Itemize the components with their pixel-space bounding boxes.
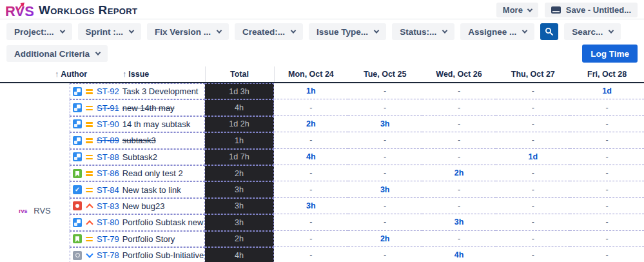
issue-cell: ST-83New bug23: [70, 198, 205, 214]
more-button[interactable]: More: [496, 3, 538, 17]
worklog-cell: -: [496, 116, 570, 132]
sort-arrow-icon: ↑: [122, 70, 126, 79]
issue-key-link[interactable]: ST-78: [97, 250, 119, 260]
worklog-cell[interactable]: 1d: [496, 149, 570, 165]
total-cell: 2h: [205, 165, 274, 181]
worklog-cell[interactable]: 1d: [570, 83, 644, 99]
issue-key-link[interactable]: ST-83: [97, 201, 119, 211]
worklog-cell[interactable]: 3h: [348, 181, 422, 197]
day-header-2: Wed, Oct 26: [422, 70, 496, 79]
filter-issue-type-button[interactable]: Issue Type...: [309, 23, 386, 40]
issue-key-link[interactable]: ST-89: [97, 136, 119, 145]
worklog-cell: -: [570, 214, 644, 230]
chevron-down-icon: [291, 28, 296, 33]
save-button[interactable]: Save - Untitled...: [545, 3, 638, 17]
issue-cell: ST-88Subtask2: [70, 149, 205, 165]
filter-assignee-button[interactable]: Assignee ...: [460, 23, 534, 40]
worklog-cell: -: [348, 165, 422, 181]
total-cell: 1h: [205, 132, 274, 148]
worklog-cell: -: [496, 165, 570, 181]
issue-cell: ST-91new 14th may: [70, 99, 205, 116]
page-title: Worklogs Report: [39, 3, 137, 17]
issue-key-link[interactable]: ST-91: [97, 103, 119, 113]
worklog-cell: -: [570, 231, 644, 247]
worklog-cell[interactable]: 2h: [348, 231, 422, 247]
filter-status-button[interactable]: Status:...: [392, 23, 454, 40]
total-cell: 4h: [205, 247, 274, 262]
issue-column-header[interactable]: ↑Issue: [122, 70, 149, 79]
filter-created-button[interactable]: Created:...: [235, 23, 303, 40]
worklog-cell: -: [422, 149, 496, 165]
worklog-cell: -: [570, 149, 644, 165]
filter-fix-version-button[interactable]: Fix Version ...: [147, 23, 229, 40]
issue-key-link[interactable]: ST-88: [97, 152, 119, 162]
filter-search-text-button[interactable]: Searc...: [564, 23, 621, 40]
issue-summary: Portfolio Subtask new: [122, 217, 204, 227]
author-column-header[interactable]: ↑Author: [55, 70, 87, 79]
priority-medium-icon: [85, 169, 93, 177]
total-cell: 3h: [205, 214, 274, 230]
issue-key-link[interactable]: ST-79: [97, 234, 119, 244]
subtask-type-icon: [73, 103, 82, 112]
total-cell: 4h: [205, 99, 274, 116]
table-row: ST-89subtask31h-----: [70, 132, 644, 148]
brand: RVS Worklogs Report: [5, 2, 137, 19]
table-row: ST-78Portfolio Sub-Initiative4h--4h--: [70, 247, 644, 262]
save-button-label: Save - Untitled...: [566, 5, 631, 15]
worklog-cell: -: [422, 132, 496, 148]
total-cell: 1d 2h: [205, 116, 274, 132]
chevron-down-icon: [95, 50, 101, 55]
worklog-cell: -: [348, 99, 422, 116]
table-row: ST-9014 th may subtask1d 2h2h3h---: [70, 116, 644, 132]
worklog-cell[interactable]: 4h: [422, 247, 496, 262]
worklog-cell[interactable]: 1h: [274, 83, 348, 99]
worklog-cell: -: [422, 99, 496, 116]
issue-cell: ST-79Portfolio Story: [70, 231, 205, 247]
worklog-cell: -: [496, 132, 570, 148]
worklog-cell[interactable]: 2h: [422, 165, 496, 181]
table-row: ST-84New task to link3h-3h---: [70, 181, 644, 197]
additional-criteria-label: Additional Criteria: [14, 49, 90, 59]
story-type-icon: [73, 234, 82, 243]
column-divider: [274, 66, 275, 82]
worklog-cell: -: [274, 231, 348, 247]
worklog-cell: -: [570, 116, 644, 132]
issue-key-link[interactable]: ST-90: [97, 119, 119, 129]
worklog-cell[interactable]: 2h: [274, 116, 348, 132]
subinitiative-type-icon: [73, 251, 82, 260]
worklog-cell: -: [274, 165, 348, 181]
subtask-type-icon: [73, 136, 82, 145]
issue-summary: subtask3: [122, 136, 156, 145]
day-header-0: Mon, Oct 24: [274, 70, 348, 79]
bug-type-icon: [73, 201, 82, 210]
worklog-cell[interactable]: 3h: [274, 198, 348, 214]
worklog-cell: -: [496, 83, 570, 99]
svg-text:RVS: RVS: [5, 3, 34, 19]
table-row: ST-91new 14th may4h-----: [70, 99, 644, 116]
total-cell: 3h: [205, 181, 274, 197]
rows-container: ST-92Task 3 Development1d 3h1h---1dST-91…: [70, 83, 644, 262]
priority-medium-icon: [85, 104, 93, 112]
issue-key-link[interactable]: ST-80: [97, 217, 119, 227]
day-column-headers: Mon, Oct 24Tue, Oct 25Wed, Oct 26Thu, Oc…: [274, 70, 644, 79]
issue-cell: ST-89subtask3: [70, 132, 205, 148]
additional-criteria-button[interactable]: Additional Criteria: [6, 45, 108, 62]
worklog-cell[interactable]: 4h: [274, 149, 348, 165]
worklog-cell[interactable]: 3h: [348, 116, 422, 132]
worklog-cell[interactable]: 3h: [422, 214, 496, 230]
search-button[interactable]: [540, 23, 558, 40]
issue-cell: ST-78Portfolio Sub-Initiative: [70, 247, 205, 262]
issue-summary: Subtask2: [122, 152, 157, 162]
issue-key-link[interactable]: ST-92: [97, 86, 119, 96]
worklog-cell: -: [570, 99, 644, 116]
worklog-cell: -: [422, 116, 496, 132]
table-row: ST-79Portfolio Story2h-2h---: [70, 231, 644, 247]
log-time-button[interactable]: Log Time: [582, 45, 638, 63]
more-button-label: More: [503, 5, 523, 15]
issue-key-link[interactable]: ST-86: [97, 168, 119, 178]
filter-sprint-button[interactable]: Sprint :...: [78, 23, 142, 40]
issue-key-link[interactable]: ST-84: [97, 185, 119, 195]
worklog-cell: -: [274, 99, 348, 116]
total-cell: 3h: [205, 198, 274, 214]
filter-project-button[interactable]: Project:...: [6, 23, 72, 40]
